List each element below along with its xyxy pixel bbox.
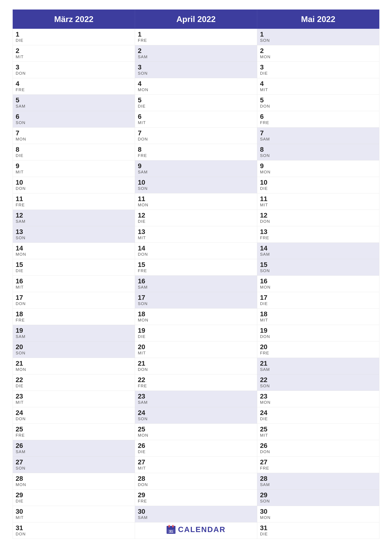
- day-cell: 18FRE: [13, 308, 135, 325]
- day-number: 6: [16, 113, 132, 120]
- day-name: MON: [260, 515, 376, 520]
- day-name: MIT: [260, 318, 376, 323]
- table-row: 21MON21DON21SAM: [13, 358, 379, 374]
- day-number: 31: [260, 525, 376, 531]
- day-cell: 30MIT: [13, 506, 135, 522]
- day-number: 24: [138, 409, 254, 416]
- day-number: 10: [138, 179, 254, 186]
- day-cell: 24DON: [13, 407, 135, 424]
- day-cell: 5DON: [257, 95, 379, 111]
- day-name: MON: [260, 285, 376, 290]
- day-cell: 27MIT: [135, 457, 257, 473]
- day-cell: 6MIT: [135, 111, 257, 128]
- table-row: 18FRE18MON18MIT: [13, 308, 379, 325]
- day-cell: 4FRE: [13, 78, 135, 95]
- day-number: 8: [260, 146, 376, 153]
- svg-rect-4: [172, 525, 174, 527]
- day-number: 5: [138, 97, 254, 103]
- day-name: SAM: [138, 400, 254, 405]
- day-number: 20: [260, 344, 376, 350]
- day-number: 30: [138, 508, 254, 515]
- day-number: 19: [16, 327, 132, 334]
- day-name: FRE: [16, 318, 132, 323]
- day-cell: 2MON: [257, 45, 379, 62]
- table-row: 9MIT9SAM9MON: [13, 161, 379, 177]
- day-cell: 19SAM: [13, 325, 135, 341]
- day-number: 3: [260, 64, 376, 71]
- day-name: DIE: [260, 301, 376, 306]
- day-number: 27: [138, 459, 254, 466]
- day-cell: 13SON: [13, 226, 135, 243]
- day-number: 18: [260, 311, 376, 317]
- day-cell: 29DIE: [13, 489, 135, 506]
- day-cell: 8DIE: [13, 144, 135, 161]
- table-row: 5SAM5DIE5DON: [13, 95, 379, 111]
- day-name: FRE: [16, 87, 132, 92]
- day-cell: 12DIE: [135, 210, 257, 226]
- day-name: DIE: [138, 219, 254, 224]
- day-cell: 14DON: [135, 243, 257, 259]
- day-cell: 9SAM: [135, 161, 257, 177]
- day-number: 14: [138, 245, 254, 252]
- day-number: 15: [260, 261, 376, 268]
- table-row: 8DIE8FRE8SON: [13, 144, 379, 161]
- day-name: SAM: [138, 170, 254, 175]
- day-cell: 25MIT: [257, 424, 379, 440]
- day-cell: 20FRE: [257, 341, 379, 358]
- day-name: MON: [138, 203, 254, 207]
- day-cell: 19DIE: [135, 325, 257, 341]
- table-row: 22DIE22FRE22SON: [13, 374, 379, 391]
- day-number: 20: [16, 344, 132, 350]
- day-name: MON: [138, 318, 254, 323]
- table-row: 25FRE25MON25MIT: [13, 424, 379, 440]
- day-number: 23: [16, 393, 132, 400]
- svg-rect-2: [167, 527, 175, 528]
- day-cell: 17DON: [13, 292, 135, 308]
- table-row: 26SAM26DIE26DON: [13, 440, 379, 457]
- day-cell: 17SON: [135, 292, 257, 308]
- day-name: FRE: [260, 466, 376, 471]
- table-row: 12SAM12DIE12DON: [13, 210, 379, 226]
- day-cell: 12DON: [257, 210, 379, 226]
- logo-text: CALENDAR: [178, 525, 226, 534]
- day-name: MON: [260, 170, 376, 175]
- day-number: 16: [138, 278, 254, 285]
- day-number: 11: [138, 196, 254, 202]
- day-name: MIT: [16, 170, 132, 175]
- day-name: FRE: [260, 120, 376, 125]
- day-number: 17: [16, 294, 132, 301]
- day-name: DIE: [260, 416, 376, 421]
- day-number: 2: [16, 47, 132, 54]
- day-cell: 28SAM: [257, 473, 379, 489]
- day-cell: 7DON: [135, 128, 257, 144]
- day-name: SAM: [260, 367, 376, 372]
- day-cell: 17DIE: [257, 292, 379, 308]
- day-name: MON: [16, 252, 132, 257]
- day-name: DIE: [260, 532, 376, 536]
- calendar-container: März 2022April 2022Mai 20221DIE1FRE1SON2…: [13, 9, 379, 539]
- day-cell: 22DIE: [13, 374, 135, 391]
- day-number: 22: [16, 377, 132, 383]
- day-name: SAM: [138, 54, 254, 59]
- day-name: DIE: [16, 499, 132, 504]
- day-name: FRE: [138, 499, 254, 504]
- calendar-table: März 2022April 2022Mai 20221DIE1FRE1SON2…: [13, 9, 379, 539]
- day-number: 16: [260, 278, 376, 285]
- day-cell: 1FRE: [135, 29, 257, 45]
- day-number: 27: [16, 459, 132, 466]
- day-name: MON: [138, 87, 254, 92]
- day-name: SAM: [16, 334, 132, 339]
- day-number: 21: [138, 360, 254, 367]
- day-name: SAM: [260, 137, 376, 142]
- day-name: DIE: [260, 186, 376, 191]
- day-cell: 18MIT: [257, 308, 379, 325]
- day-cell: 15FRE: [135, 259, 257, 276]
- day-name: SON: [138, 416, 254, 421]
- day-cell: 3SON: [135, 62, 257, 78]
- day-cell: 18MON: [135, 308, 257, 325]
- day-name: SAM: [260, 482, 376, 487]
- day-cell: 16MIT: [13, 276, 135, 292]
- day-cell: 29FRE: [135, 489, 257, 506]
- day-number: 3: [16, 64, 132, 71]
- month-header: Mai 2022: [257, 10, 379, 29]
